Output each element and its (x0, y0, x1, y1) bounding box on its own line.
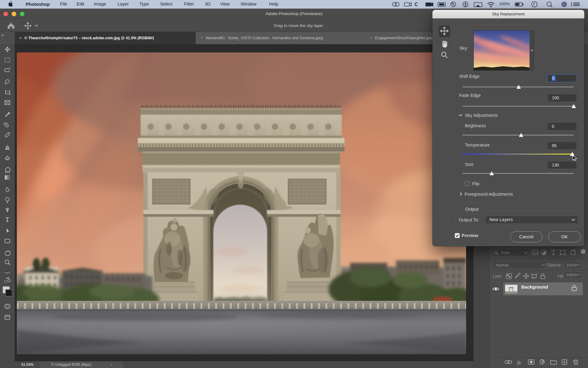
svg-text:fx: fx (517, 360, 521, 366)
